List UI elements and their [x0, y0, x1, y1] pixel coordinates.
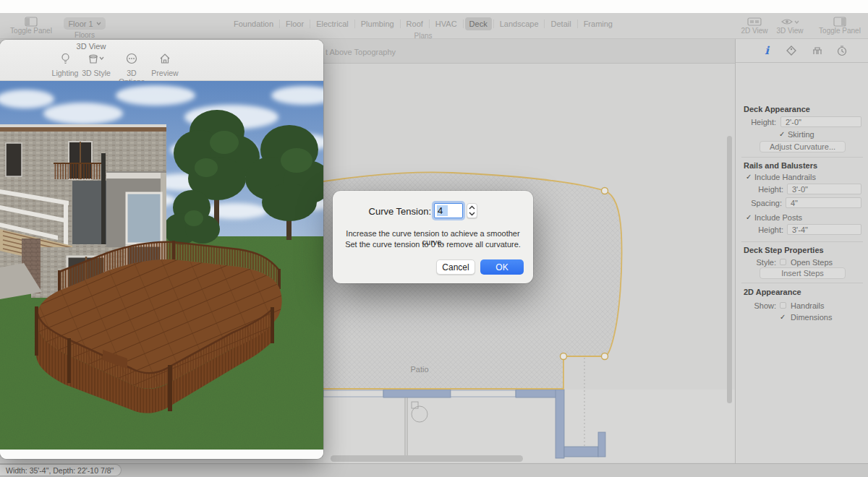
cancel-button[interactable]: Cancel	[436, 259, 475, 275]
options-icon	[126, 53, 137, 64]
handrail-height-label: Height:	[736, 185, 783, 194]
house-icon	[159, 53, 171, 64]
toggle-panel-left-label: Toggle Panel	[10, 27, 52, 35]
3d-style-label: 3D Style	[80, 69, 113, 77]
tab-detail[interactable]: Detail	[547, 17, 576, 30]
3d-viewport[interactable]	[0, 81, 323, 450]
eye-icon	[780, 17, 799, 27]
lighting-button[interactable]: Lighting	[48, 53, 82, 77]
show-label: Show:	[736, 301, 776, 310]
tab-schedule[interactable]	[834, 43, 850, 59]
deck-control-point[interactable]	[561, 353, 567, 360]
view-2d-button[interactable]: 2D View	[738, 17, 771, 35]
include-posts-label[interactable]: Include Posts	[754, 213, 802, 222]
handrail-height-field[interactable]: 3'-0"	[787, 184, 861, 194]
rails-title: Rails and Balusters	[744, 161, 817, 170]
stepper-up-icon[interactable]	[469, 205, 475, 210]
include-handrails-checkmark[interactable]: ✓	[746, 173, 752, 181]
wall-segment[interactable]	[383, 390, 451, 398]
curve-tension-label: Curve Tension:	[333, 206, 431, 217]
ok-button[interactable]: OK	[480, 259, 524, 275]
curve-tension-dialog: Curve Tension: 4 Increase the curve tens…	[333, 191, 533, 283]
open-steps-label[interactable]: Open Steps	[791, 258, 833, 267]
clock-icon	[836, 45, 848, 56]
lighting-label: Lighting	[48, 69, 82, 77]
2d-appearance-title: 2D Appearance	[744, 288, 801, 296]
include-handrails-label[interactable]: Include Handrails	[754, 173, 816, 181]
wall-stub[interactable]	[598, 432, 605, 457]
status-text: Width: 35'-4", Depth: 22'-10 7/8"	[6, 466, 114, 475]
post-height-label: Height:	[736, 225, 783, 234]
main-toolbar: Toggle Panel Floor 1 Floors Foundation F…	[0, 13, 868, 39]
status-dimensions: Width: 35'-4", Depth: 22'-10 7/8"	[0, 464, 122, 476]
tab-framing[interactable]: Framing	[579, 17, 617, 30]
curve-tension-stepper[interactable]	[467, 203, 477, 218]
tab-foundation[interactable]: Foundation	[229, 17, 278, 30]
lightbulb-icon	[60, 53, 71, 64]
tab-materials[interactable]	[783, 43, 799, 59]
adjust-curvature-button[interactable]: Adjust Curvature...	[760, 141, 846, 152]
dialog-description-line2: Set the curve tension to 0 to remove all…	[344, 240, 522, 249]
3d-window-header[interactable]: 3D View Lighting 3D Style	[0, 40, 323, 81]
skirting-checkmark[interactable]: ✓	[779, 130, 785, 138]
preview-button[interactable]: Preview	[149, 53, 181, 77]
deck-height-field[interactable]: 2'-0"	[780, 116, 861, 127]
toggle-panel-right-label: Toggle Panel	[816, 27, 864, 35]
tab-roof[interactable]: Roof	[402, 17, 427, 30]
tab-electrical[interactable]: Electrical	[312, 17, 353, 30]
app-window: Toggle Panel Floor 1 Floors Foundation F…	[0, 0, 868, 477]
floor-dropdown-value: Floor 1	[68, 20, 93, 28]
tab-hvac[interactable]: HVAC	[431, 17, 461, 30]
tab-plumbing[interactable]: Plumbing	[357, 17, 399, 30]
3d-style-button[interactable]: 3D Style	[80, 53, 113, 77]
tag-icon	[786, 45, 797, 56]
tab-deck[interactable]: Deck	[465, 17, 492, 30]
horizontal-scrollbar[interactable]	[331, 455, 523, 462]
steps-title: Deck Step Properties	[744, 246, 824, 254]
tab-floor[interactable]: Floor	[281, 17, 308, 30]
curve-tension-value: 4	[437, 205, 448, 216]
wall-bottom[interactable]	[564, 447, 598, 457]
show-handrails-checkbox[interactable]	[780, 302, 786, 309]
wall-window-mid[interactable]	[451, 390, 516, 397]
deck-control-point[interactable]	[602, 188, 608, 194]
info-icon: i	[765, 44, 769, 57]
show-handrails-label[interactable]: Handrails	[791, 301, 824, 310]
tab-objects[interactable]	[809, 43, 825, 59]
toggle-panel-right-icon	[833, 17, 846, 27]
3d-view-window[interactable]: 3D View Lighting 3D Style	[0, 40, 323, 459]
floors-caption: Floors	[64, 31, 106, 39]
show-dimensions-checkmark[interactable]: ✓	[780, 313, 786, 321]
deck-height-label: Height:	[736, 118, 776, 126]
insert-steps-button[interactable]: Insert Steps	[760, 267, 846, 279]
3d-window-footer	[0, 450, 323, 459]
section-divider	[741, 283, 863, 283]
vertical-scrollbar[interactable]	[727, 136, 732, 403]
toggle-panel-left-icon	[25, 17, 38, 27]
stepper-down-icon[interactable]	[469, 211, 475, 216]
wall-window-left[interactable]	[323, 390, 383, 397]
wall-vertical[interactable]	[556, 390, 564, 458]
2d-view-label: 2D View	[738, 27, 771, 35]
deck-appearance-title: Deck Appearance	[744, 105, 810, 113]
toggle-panel-left-button[interactable]: Toggle Panel	[10, 17, 52, 35]
deck-control-point[interactable]	[602, 353, 608, 360]
tab-landscape[interactable]: Landscape	[495, 17, 543, 30]
style-label: Style:	[736, 258, 776, 267]
wall-segment[interactable]	[516, 390, 557, 398]
2d-view-icon	[747, 17, 762, 27]
status-bar	[0, 463, 868, 477]
section-divider	[741, 157, 863, 158]
view-3d-button[interactable]: 3D View	[773, 17, 807, 35]
curve-tension-input[interactable]: 4	[434, 203, 463, 218]
skirting-label[interactable]: Skirting	[788, 130, 814, 139]
floor-dropdown[interactable]: Floor 1	[64, 17, 106, 30]
tab-info[interactable]: i	[759, 43, 775, 59]
chevron-down-icon	[96, 22, 101, 25]
show-dimensions-label[interactable]: Dimensions	[791, 313, 832, 322]
spacing-field[interactable]: 4"	[786, 197, 861, 208]
include-posts-checkmark[interactable]: ✓	[746, 213, 752, 221]
open-steps-checkbox[interactable]	[780, 259, 786, 265]
toggle-panel-right-button[interactable]: Toggle Panel	[816, 17, 864, 35]
post-height-field[interactable]: 3'-4"	[787, 224, 861, 235]
